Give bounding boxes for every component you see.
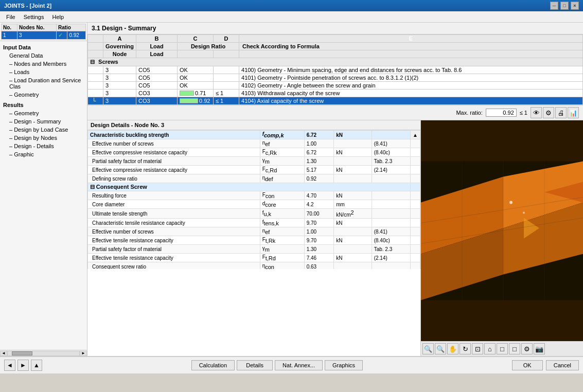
detail-value: 9.70 (304, 219, 334, 227)
view-3d-canvas[interactable] (421, 120, 583, 341)
close-btn[interactable]: × (571, 2, 579, 10)
sidebar-item-nodes-members[interactable]: – Nodes and Members (1, 60, 86, 68)
ok-btn[interactable]: OK (512, 360, 543, 370)
settings-3d-btn[interactable]: ⚙ (521, 343, 533, 354)
scroll-track (7, 351, 80, 356)
sidebar-item-design-details[interactable]: – Design - Details (1, 142, 86, 150)
svg-point-7 (509, 201, 513, 204)
print-btn[interactable]: 🖨 (555, 107, 567, 118)
row-a: 3 (103, 90, 136, 97)
detail-ref: (8.41) (372, 227, 410, 236)
col-ratio: Ratio (56, 24, 85, 31)
detail-symbol: γm (260, 157, 304, 166)
detail-label: Effective number of screws (88, 139, 260, 148)
detail-label: Effective tensile resistance capacity (88, 254, 260, 262)
rotate-btn[interactable]: ↻ (460, 343, 471, 354)
details-row: Effective number of screws nef 1.00 (8.4… (88, 139, 420, 148)
detail-unit: kN (334, 191, 372, 200)
details-scroll[interactable]: Characteristic buckling strength fcomp,k… (87, 130, 420, 269)
detail-ref (372, 209, 410, 219)
details-row: Effective tensile resistance capacity Ft… (88, 254, 420, 262)
sidebar-item-geometry-results[interactable]: – Geometry (1, 109, 86, 117)
svg-point-8 (523, 212, 525, 214)
maximize-btn[interactable]: □ (560, 2, 569, 10)
table-row[interactable]: 3 CO5 OK 4100) Geometry - Minimum spacin… (88, 66, 583, 74)
table-row[interactable]: 3 CO5 OK 4102) Geometry - Angle between … (88, 82, 583, 90)
pan-btn[interactable]: ✋ (447, 343, 458, 354)
sidebar-item-design-summary[interactable]: – Design - Summary (1, 117, 86, 126)
group-header-screws: ⊟ Screws (88, 58, 583, 66)
menu-help[interactable]: Help (48, 13, 68, 21)
nav-up-btn[interactable]: ▲ (31, 360, 42, 371)
details-row: Resulting force Fcon 4.70 kN (88, 191, 420, 200)
scroll-left-btn[interactable]: ◄ (0, 351, 7, 356)
calculation-btn[interactable]: Calculation (191, 360, 235, 370)
export-btn[interactable]: 📊 (568, 107, 579, 118)
cancel-btn[interactable]: Cancel (546, 360, 579, 370)
zoom-in-btn[interactable]: 🔍 (422, 343, 434, 354)
ratio-cell: 0.92 (180, 98, 211, 104)
minimize-btn[interactable]: ─ (550, 2, 558, 10)
sidebar-item-design-load-case[interactable]: – Design by Load Case (1, 126, 86, 134)
sidebar-item-load-duration[interactable]: – Load Duration and Service Clas (1, 76, 86, 91)
nav-prev-btn[interactable]: ◄ (4, 360, 15, 371)
detail-symbol: nef (260, 139, 304, 148)
detail-unit (334, 174, 372, 183)
detail-symbol: fu,k (260, 209, 304, 219)
row-b: CO5 (136, 74, 178, 82)
graphics-btn[interactable]: Graphics (325, 360, 363, 370)
expand-icon[interactable]: ⊟ (90, 59, 95, 65)
details-btn[interactable]: Details (237, 360, 273, 370)
details-row: Effective tensile resistance capacity Ft… (88, 236, 420, 245)
sidebar-item-graphic[interactable]: – Graphic (1, 150, 86, 158)
section-expand[interactable]: ⊟ (90, 184, 95, 190)
fit-btn[interactable]: ⊡ (472, 343, 483, 354)
sidebar-item-design-nodes[interactable]: – Design by Nodes (1, 134, 86, 142)
detail-ref: (2.14) (372, 166, 410, 174)
sidebar-item-geometry-input[interactable]: – Geometry (1, 91, 86, 99)
detail-unit: kN (334, 219, 372, 227)
sidebar-item-loads[interactable]: – Loads (1, 68, 86, 76)
row-b: CO3 (136, 90, 178, 97)
row-no: 1 (2, 31, 17, 40)
3d-shape-svg (421, 120, 583, 341)
max-ratio-input[interactable] (486, 109, 517, 117)
screenshot-btn[interactable]: 📷 (534, 343, 545, 354)
table-row[interactable]: 3 CO5 OK 4101) Geometry - Pointside pene… (88, 74, 583, 82)
th-load: Load (136, 43, 178, 50)
nav-next-btn[interactable]: ► (17, 360, 29, 371)
details-section-header: ⊟ Consequent Screw (88, 183, 420, 191)
detail-unit: kN (334, 254, 372, 262)
details-row: Partial safety factor of material γm 1.3… (88, 157, 420, 166)
table-row[interactable]: 1 3 ✓ 0.92 (2, 31, 86, 40)
side-btn[interactable]: □ (509, 343, 520, 354)
scroll-right-btn[interactable]: ► (80, 351, 87, 356)
sidebar-item-general-data[interactable]: General Data (1, 51, 86, 60)
menu-settings[interactable]: Settings (20, 13, 48, 21)
table-row-selected[interactable]: └ 3 CO3 0.92 ≤ 1 4104) Axial capacity of… (88, 97, 583, 105)
bottom-left: ◄ ► ▲ (4, 360, 42, 371)
detail-symbol: fcomp,k (260, 131, 304, 139)
nat-annex-btn[interactable]: Nat. Annex... (275, 360, 323, 370)
options-btn[interactable]: ⚙ (543, 107, 554, 118)
detail-unit (334, 157, 372, 166)
max-ratio-label: Max. ratio: (456, 110, 482, 116)
row-a: 3 (103, 66, 136, 74)
row-e: 4104) Axial capacity of the screw (239, 97, 583, 105)
table-row[interactable]: 3 CO3 0.71 ≤ 1 4103) Withdrawal capacity… (88, 90, 583, 97)
details-row: Partial safety factor of material γm 1.3… (88, 245, 420, 254)
row-b: CO5 (136, 82, 178, 90)
detail-value: 1.30 (304, 245, 334, 254)
detail-label: Effective compressive resistance capacit… (88, 166, 260, 174)
left-scrollbar[interactable]: ◄ ► (0, 350, 87, 356)
detail-unit: kN (334, 131, 372, 139)
view-btn[interactable]: 👁 (531, 107, 542, 118)
th-c: C (178, 35, 214, 43)
zoom-out-btn[interactable]: 🔍 (435, 343, 446, 354)
menu-file[interactable]: File (2, 13, 20, 21)
home-btn[interactable]: ⌂ (484, 343, 496, 354)
th-load-sub: Load (136, 50, 178, 58)
front-btn[interactable]: □ (497, 343, 508, 354)
scroll-thumb[interactable] (12, 351, 32, 355)
detail-label: Characteristic buckling strength (88, 131, 260, 139)
